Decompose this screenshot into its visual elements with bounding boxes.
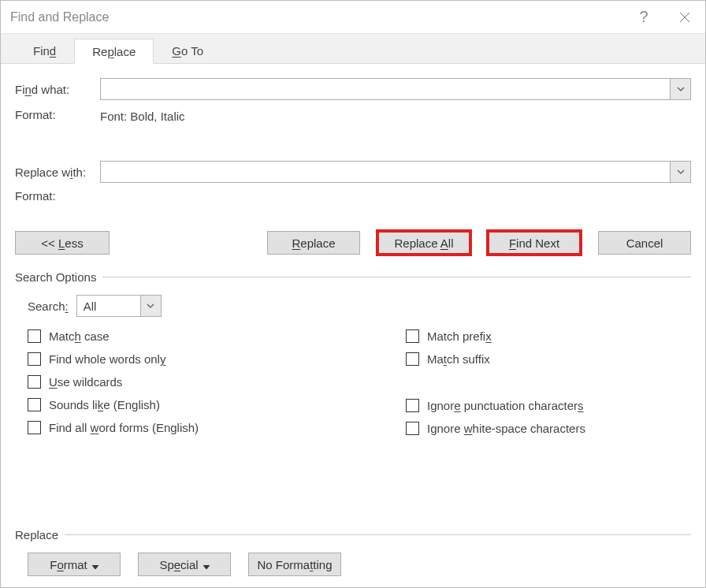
cancel-button[interactable]: Cancel [598,231,691,255]
find-next-button[interactable]: Find Next [488,231,581,255]
caret-down-icon [203,558,210,571]
replace-with-input[interactable] [101,162,670,182]
replace-formatting-group: Replace Format Special No Format [15,512,691,576]
find-what-dropdown-button[interactable] [670,79,690,99]
ignore-whitespace-checkbox[interactable]: Ignore white-space characters [406,422,585,435]
checkbox-icon [28,352,41,366]
find-format-row: Format: Font: Bold, Italic [15,106,691,123]
match-prefix-checkbox[interactable]: Match prefix [406,329,585,343]
no-formatting-button[interactable]: No Formatting [248,553,341,576]
word-forms-checkbox[interactable]: Find all word forms (English) [28,421,406,434]
chevron-down-icon [677,169,685,174]
tab-find[interactable]: Find [15,38,74,63]
search-options-heading: Search Options [15,270,691,284]
checkbox-icon [28,375,41,389]
format-dropdown-button[interactable]: Format [28,553,121,576]
svg-marker-2 [92,565,98,569]
find-what-label: Find what: [15,83,100,96]
replace-all-button[interactable]: Replace All [377,231,470,255]
match-case-checkbox[interactable]: Match case [28,329,406,343]
replace-with-label: Replace with: [15,166,100,179]
replace-group-heading: Replace [15,528,691,541]
find-format-label: Format: [15,108,100,121]
cancel-label: Cancel [626,236,663,250]
checkbox-icon [28,398,41,411]
find-replace-dialog: Find and Replace ? Find Replace Go To Fi… [0,0,706,588]
help-icon: ? [639,8,648,26]
tabstrip: Find Replace Go To [1,34,705,64]
search-direction-dropdown-button[interactable] [140,296,161,316]
dialog-body: Find what: Format: Font: Bold, Italic Re… [1,64,705,587]
checkbox-icon [406,422,419,435]
replace-format-row: Format: [15,189,691,203]
checkbox-icon [406,399,419,412]
less-button[interactable]: << Less [15,231,110,255]
svg-marker-3 [203,565,210,569]
chevron-down-icon [147,303,154,308]
titlebar: Find and Replace ? [1,1,705,34]
tab-replace[interactable]: Replace [74,39,154,64]
dialog-title: Find and Replace [10,10,109,24]
wildcards-checkbox[interactable]: Use wildcards [28,375,406,389]
find-what-combo[interactable] [100,78,691,100]
search-direction-row: Search: All [28,295,691,317]
tab-goto[interactable]: Go To [154,38,221,63]
find-format-value: Font: Bold, Italic [100,106,185,123]
caret-down-icon [92,558,98,571]
replace-with-dropdown-button[interactable] [670,162,690,182]
help-button[interactable]: ? [623,1,664,34]
checkbox-icon [406,329,419,343]
main-button-row: << Less Replace Replace All Find Next Ca… [15,231,691,255]
ignore-punct-checkbox[interactable]: Ignore punctuation characters [406,399,585,412]
replace-button[interactable]: Replace [267,231,360,255]
find-what-row: Find what: [15,78,691,100]
checkbox-icon [406,352,419,366]
sounds-like-checkbox[interactable]: Sounds like (English) [28,398,406,411]
search-options-checks: Match case Find whole words only Use wil… [28,329,691,435]
search-direction-dropdown[interactable]: All [76,295,162,317]
checkbox-icon [28,421,41,434]
search-direction-value: All [77,296,140,316]
find-what-input[interactable] [101,79,670,99]
close-button[interactable] [664,1,705,34]
checkbox-icon [28,329,41,343]
whole-words-checkbox[interactable]: Find whole words only [28,352,406,366]
chevron-down-icon [677,87,685,91]
replace-with-combo[interactable] [100,161,691,183]
search-direction-label: Search: [28,300,69,313]
close-icon [679,12,690,23]
replace-with-row: Replace with: [15,161,691,183]
replace-format-label: Format: [15,189,100,203]
match-suffix-checkbox[interactable]: Match suffix [406,352,585,366]
special-dropdown-button[interactable]: Special [138,553,231,576]
